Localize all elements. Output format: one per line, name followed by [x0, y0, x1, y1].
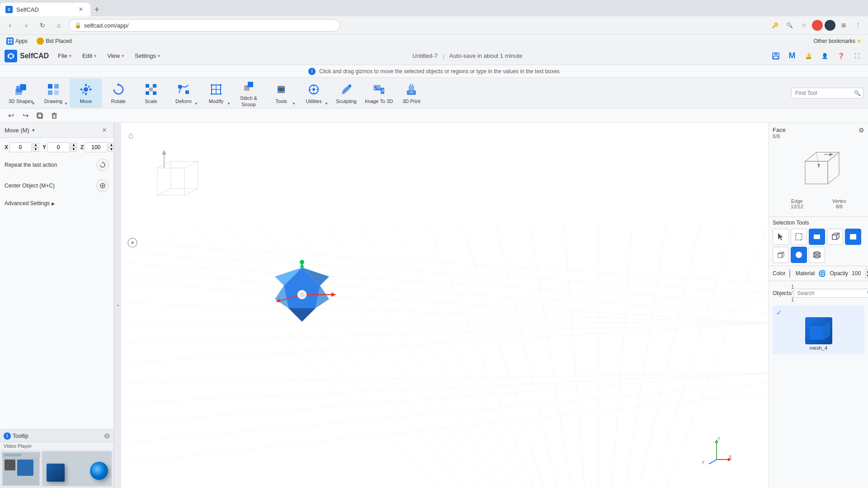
svg-text:X: X	[729, 455, 732, 460]
tool-sculpting[interactable]: Sculpting	[330, 79, 363, 108]
svg-line-110	[157, 161, 171, 168]
tool-modify[interactable]: Modify ▼	[200, 79, 232, 108]
user-icon[interactable]: 👤	[818, 50, 831, 62]
undo-button[interactable]: ↩	[5, 109, 17, 122]
x-input[interactable]	[9, 142, 32, 152]
panel-collapse-button[interactable]: ‹	[114, 123, 121, 488]
forward-button[interactable]: ›	[20, 19, 33, 32]
sel-tool-cursor[interactable]	[773, 229, 789, 245]
advanced-settings-row[interactable]: Advanced Settings ▶	[5, 198, 109, 208]
delete-button[interactable]	[48, 109, 61, 122]
tool-move[interactable]: Move	[70, 79, 102, 108]
selected-object[interactable]	[257, 254, 347, 346]
password-icon[interactable]: 🔑	[769, 19, 781, 32]
menu-view[interactable]: View ▼	[103, 51, 129, 61]
svg-rect-145	[796, 234, 802, 240]
tool-stitch-scoop[interactable]: Stitch & Scoop	[232, 79, 265, 108]
x-decrement-btn[interactable]: ▼	[33, 147, 39, 152]
y-input[interactable]	[47, 142, 70, 152]
m-icon[interactable]: M	[786, 50, 798, 62]
notification-icon[interactable]: 🔔	[802, 50, 815, 62]
z-input[interactable]	[85, 142, 107, 152]
tooltip-minimize-button[interactable]: ⊖	[104, 432, 110, 440]
sel-tool-face[interactable]	[809, 229, 825, 245]
profile-red-icon[interactable]	[812, 20, 823, 31]
viewport-home-button[interactable]: ⌂	[128, 130, 134, 141]
save-icon[interactable]	[769, 50, 782, 62]
svg-rect-137	[805, 161, 828, 184]
back-button[interactable]: ‹	[4, 19, 16, 32]
active-tab[interactable]: S SelfCAD ×	[0, 3, 90, 16]
panel-close-button[interactable]: ×	[100, 126, 109, 135]
deform-icon	[175, 81, 192, 98]
bookmark-star-icon[interactable]: ☆	[797, 19, 810, 32]
menu-file[interactable]: File ▼	[53, 51, 77, 61]
y-increment-btn[interactable]: ▲	[71, 143, 77, 147]
z-decrement-btn[interactable]: ▼	[108, 147, 114, 152]
opacity-decrement[interactable]: ▼	[865, 273, 868, 278]
tool-utilities[interactable]: Utilities ▼	[297, 79, 330, 108]
menu-edit[interactable]: Edit ▼	[78, 51, 102, 61]
find-tool-search-icon[interactable]: 🔍	[854, 90, 861, 96]
sel-tool-sphere[interactable]	[791, 247, 807, 263]
sel-tool-box[interactable]	[791, 229, 807, 245]
center-object-button[interactable]	[96, 179, 109, 192]
reload-button[interactable]: ↻	[36, 19, 49, 32]
repeat-action-button[interactable]	[96, 159, 109, 171]
material-icon[interactable]: 🌀	[818, 270, 826, 277]
tool-image-to-3d[interactable]: Image To 3D	[363, 79, 395, 108]
menu-settings[interactable]: Settings ▼	[130, 51, 165, 61]
tool-rotate[interactable]: Rotate	[102, 79, 135, 108]
object-item-mesh4[interactable]: ✓ mesh_4	[773, 305, 864, 354]
sculpting-label: Sculpting	[336, 99, 356, 104]
tab-title: SelfCAD	[16, 6, 73, 13]
panel-settings-gear[interactable]: ⚙	[859, 127, 864, 134]
svg-marker-23	[117, 83, 120, 85]
color-label: Color	[773, 270, 786, 277]
tool-tools[interactable]: Tools ▼	[265, 79, 297, 108]
selfcad-logo-icon	[5, 50, 17, 62]
y-decrement-btn[interactable]: ▼	[71, 147, 77, 152]
sel-tool-cylinder[interactable]	[809, 247, 825, 263]
objects-search-input[interactable]	[797, 290, 865, 296]
other-bookmarks[interactable]: Other bookmarks ★	[811, 37, 864, 45]
tooltip-area: i Tooltip ⊖ Video Player	[0, 429, 113, 488]
bookmark-apps[interactable]: Apps	[4, 37, 30, 46]
sel-tool-face-blue[interactable]	[845, 229, 861, 245]
rotate-label: Rotate	[111, 99, 126, 104]
opacity-increment[interactable]: ▲	[865, 269, 868, 273]
tool-scale[interactable]: Scale	[135, 79, 167, 108]
home-button[interactable]: ⌂	[52, 19, 65, 32]
bookmark-bid-placed[interactable]: Bid Placed	[34, 37, 74, 46]
address-bar[interactable]: 🔒 selfcad.com/app/	[69, 19, 340, 32]
viewport[interactable]: ⌂	[121, 123, 769, 488]
sel-tool-cube[interactable]	[827, 229, 843, 245]
extensions-icon[interactable]: ⊞	[837, 19, 850, 32]
tool-drawing[interactable]: Drawing ▼	[37, 79, 70, 108]
svg-line-75	[121, 283, 769, 323]
3d-shapes-label: 3D Shapes	[9, 99, 33, 104]
tab-close-button[interactable]: ×	[77, 5, 85, 14]
z-increment-btn[interactable]: ▲	[108, 143, 114, 147]
tool-3d-print[interactable]: 3D Print	[395, 79, 428, 108]
redo-button[interactable]: ↪	[19, 109, 32, 122]
svg-rect-146	[814, 235, 820, 239]
profile-dark-icon[interactable]	[825, 20, 835, 31]
x-increment-btn[interactable]: ▲	[33, 143, 39, 147]
svg-rect-156	[814, 253, 820, 257]
tool-deform[interactable]: Deform ▼	[167, 79, 200, 108]
advanced-settings-arrow: ▶	[52, 201, 55, 206]
objects-search-bar[interactable]: 🔍	[794, 289, 868, 298]
objects-header: Objects 1 / 1 🔍 ⚙	[773, 284, 864, 303]
copy-button[interactable]	[33, 109, 46, 122]
find-tool-input[interactable]	[791, 88, 863, 99]
new-tab-button[interactable]: +	[90, 3, 103, 16]
zoom-icon[interactable]: 🔍	[783, 19, 796, 32]
sel-tool-wireframe[interactable]	[773, 247, 789, 263]
tool-3d-shapes[interactable]: 3D Shapes ▼	[5, 79, 37, 108]
browser-menu-icon[interactable]: ⋮	[852, 19, 864, 32]
fullscreen-icon[interactable]: ⛶	[851, 50, 863, 62]
help-icon[interactable]: ❓	[835, 50, 847, 62]
color-swatch[interactable]	[789, 269, 790, 278]
svg-line-79	[121, 383, 769, 443]
